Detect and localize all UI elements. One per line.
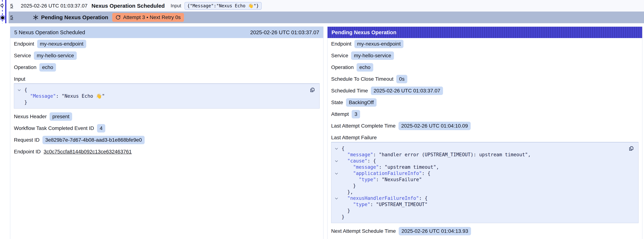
pending-detail-panel: Pending Nexus Operation Endpointmy-nexus… [327,26,642,239]
field-row: Workflow Task Completed Event ID4 [10,122,323,134]
field-label: State [331,100,343,106]
gutter-spacer [331,189,342,195]
scheduled-panel-time: 2025-02-26 UTC 01:03:37.07 [250,30,319,36]
field-row: Attempt3 [328,108,642,120]
input-section-label: Input [14,76,25,82]
code-line-text: "message": "upstream timeout", [342,164,439,170]
scheduled-detail-panel: 5 Nexus Operation Scheduled 2025-02-26 U… [10,26,324,239]
field-row: Schedule To Close Timeout0s [328,73,642,85]
field-row: Scheduled Time2025-02-26 UTC 01:03:37.07 [328,85,642,96]
code-line: "cause": { [331,158,627,164]
retry-status-badge: Attempt 3 • Next Retry 0s [112,13,184,22]
field-label: Request ID [14,137,40,143]
gutter-spacer [331,214,342,220]
code-line-text: "Message": "Nexus Echo 👋" [24,93,105,99]
field-label: Next Attempt Schedule Time [331,228,396,234]
field-row: Endpoint ID3c0c75ccfa8144b092c13ce632463… [10,146,323,158]
field-row: Next Attempt Schedule Time2025-02-26 UTC… [328,225,642,237]
input-preview-chip: {"Message":"Nexus Echo 👋"} [184,2,262,10]
code-line: } [331,214,627,220]
code-line: "type": "NexusFailure" [331,176,627,183]
retry-icon [116,15,121,20]
gutter-spacer [331,152,342,158]
code-line-text: } [24,99,27,106]
code-line: "nexusHandlerFailureInfo": { [331,195,627,201]
code-line: { [14,87,308,93]
code-line-text: { [24,87,27,93]
field-row: StateBackingOff [328,96,642,108]
event-id-link[interactable]: 5 [10,3,13,9]
code-line-text: }, [342,189,353,195]
field-value-badge: 3 [352,110,360,118]
code-line-text: } [342,214,344,220]
field-value-badge: echo [356,63,373,72]
field-label: Endpoint [331,41,352,47]
event-title: Nexus Operation Scheduled [92,3,165,9]
field-row: Operationecho [10,62,323,73]
pending-panel-header: Pending Nexus Operation [328,27,642,38]
gutter-spacer [331,164,342,170]
field-label: Scheduled Time [331,88,368,94]
code-line: "type": "UPSTREAM_TIMEOUT" [331,201,627,208]
field-group: Next Attempt Schedule Time2025-02-26 UTC… [328,225,642,237]
copy-button[interactable] [628,145,634,152]
failure-section-row: Last Attempt Failure [328,132,642,142]
collapse-chevron-icon[interactable] [331,145,342,152]
field-label: Service [14,53,31,58]
field-row: Endpointmy-nexus-endpoint [328,38,642,50]
field-label: Operation [331,64,354,70]
field-value-badge: my-nexus-endpoint [37,40,86,48]
timeline-node-open-icon [0,4,4,7]
timeline-active-bar [5,0,6,23]
gutter-spacer [331,208,342,214]
pending-panel-title: Pending Nexus Operation [332,30,396,36]
code-line-text: "message": "handler error (UPSTREAM_TIME… [342,152,531,158]
event-row-pending[interactable]: 5 Pending Nexus Operation Attempt 3 • Ne… [8,12,644,23]
code-line: "message": "handler error (UPSTREAM_TIME… [331,152,627,158]
code-line-text: "cause": { [342,158,376,164]
input-section-row: Input [10,73,323,83]
pending-asterisk-icon [33,14,39,20]
copy-icon [309,86,315,93]
field-label: Workflow Task Completed Event ID [14,125,94,131]
field-group: Nexus HeaderpresentWorkflow Task Complet… [10,111,323,158]
code-line: "Message": "Nexus Echo 👋" [14,93,308,99]
event-row-scheduled[interactable]: 5 2025-02-26 UTC 01:03:37.07 Nexus Opera… [8,0,644,12]
failure-json-viewer: { "message": "handler error (UPSTREAM_TI… [331,142,638,223]
collapse-chevron-icon[interactable] [14,87,24,93]
input-inline-label: Input [170,3,181,8]
gutter-spacer [14,93,24,99]
gutter-spacer [331,183,342,189]
field-label: Nexus Header [14,114,47,120]
field-row: Servicemy-hello-service [328,50,642,62]
collapse-chevron-icon[interactable] [331,195,342,201]
field-value-badge: 0s [396,75,407,83]
gutter-spacer [331,201,342,208]
field-value-badge: 2025-02-26 UTC 01:03:37.07 [371,86,443,95]
code-line-text: "nexusHandlerFailureInfo": { [342,195,428,201]
code-line: } [331,183,627,189]
gutter-spacer [14,99,24,106]
timeline-node-current-icon [1,16,4,20]
field-row: Last Attempt Complete Time2025-02-26 UTC… [328,120,642,132]
code-line: }, [331,189,627,195]
field-label: Service [331,53,348,58]
field-value-badge: my-hello-service [34,52,77,60]
code-line-text: "applicationFailureInfo": { [342,170,430,176]
field-value-badge: 4 [97,124,106,132]
code-line-text: "type": "NexusFailure" [342,176,422,183]
code-line-text: } [342,183,356,189]
field-label: Last Attempt Complete Time [331,123,396,129]
field-row: Endpointmy-nexus-endpoint [10,38,323,50]
field-label: Attempt [331,111,349,117]
collapse-chevron-icon[interactable] [331,158,342,164]
field-label: Operation [14,64,36,70]
copy-button[interactable] [309,86,316,94]
code-line-text: { [342,145,344,152]
field-row: Servicemy-hello-service [10,50,323,62]
field-value-link[interactable]: 3c0c75ccfa8144b092c13ce632463761 [44,149,132,155]
event-timestamp: 2025-02-26 UTC 01:03:37.07 [21,3,88,9]
collapse-chevron-icon[interactable] [331,170,342,176]
retry-badge-text: Attempt 3 • Next Retry 0s [123,14,181,20]
pending-id-link[interactable]: 5 [10,14,13,20]
